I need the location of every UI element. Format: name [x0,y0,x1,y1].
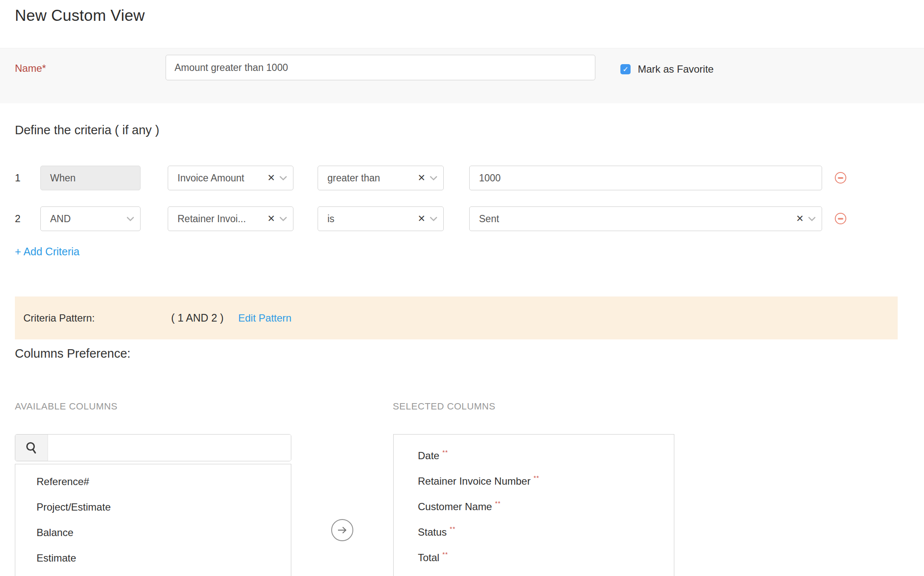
available-columns-header: AVAILABLE COLUMNS [15,401,118,412]
column-search [15,434,291,461]
selected-columns-list: Date**Retainer Invoice Number**Customer … [393,434,674,576]
view-name-input[interactable] [166,55,595,80]
criteria-pattern-bar: Criteria Pattern: ( 1 AND 2 ) Edit Patte… [15,296,898,339]
clear-icon[interactable]: ✕ [418,173,425,183]
clear-icon[interactable]: ✕ [418,214,425,223]
new-custom-view-page: New Custom View Name* ✓ Mark as Favorite… [0,0,924,576]
criteria-pattern-label: Criteria Pattern: [23,296,95,339]
field-dropdown[interactable]: Invoice Amount ✕ [168,166,293,190]
operator-dropdown[interactable]: is ✕ [318,206,444,231]
minus-icon [838,218,843,220]
check-icon: ✓ [623,66,628,73]
selected-column-item[interactable]: Status** [394,520,674,545]
name-section: Name* ✓ Mark as Favorite [0,48,924,103]
selected-column-label: Status [418,526,447,538]
selected-columns-header: SELECTED COLUMNS [393,401,496,412]
required-marker: ** [442,551,448,558]
page-title: New Custom View [15,7,145,25]
available-column-item[interactable]: Balance [15,520,291,545]
selected-column-item[interactable]: Total** [394,545,674,570]
available-column-item[interactable]: Reference# [15,469,291,494]
connector-dropdown[interactable]: AND [40,206,141,231]
criteria-row-number: 2 [15,206,20,231]
edit-pattern-link[interactable]: Edit Pattern [238,296,291,339]
field-dropdown[interactable]: Retainer Invoi... ✕ [168,206,293,231]
criteria-row-1: 1 When Invoice Amount ✕ greater than ✕ [0,166,924,190]
search-input[interactable] [48,435,291,461]
required-marker: ** [450,525,456,532]
favorite-label: Mark as Favorite [638,63,714,75]
selected-column-item[interactable]: Date** [394,443,674,469]
available-column-item[interactable]: Project/Estimate [15,494,291,520]
add-criteria-link[interactable]: + Add Criteria [15,246,79,258]
criteria-value-input[interactable] [469,166,822,190]
remove-criteria-button[interactable] [835,213,846,224]
arrow-right-icon [336,525,348,535]
selected-column-item[interactable]: Retainer Invoice Number** [394,469,674,494]
remove-criteria-button[interactable] [835,172,846,184]
selected-column-label: Customer Name [418,501,492,513]
selected-column-label: Retainer Invoice Number [418,475,530,487]
columns-preference-heading: Columns Preference: [15,347,130,361]
move-selected-button[interactable] [331,519,353,541]
criteria-row-2: 2 AND Retainer Invoi... ✕ is ✕ Sent ✕ [0,206,924,231]
chevron-down-icon [430,176,437,181]
clear-icon[interactable]: ✕ [796,214,804,223]
chevron-down-icon [127,217,134,221]
search-icon-button[interactable] [15,435,48,461]
chevron-down-icon [279,176,287,181]
criteria-row-number: 1 [15,166,20,190]
clear-icon[interactable]: ✕ [268,214,275,223]
criteria-pattern-value: ( 1 AND 2 ) [171,296,224,339]
connector-when: When [40,166,141,190]
name-label: Name* [15,62,46,74]
selected-column-item[interactable]: Customer Name** [394,494,674,520]
chevron-down-icon [430,217,437,221]
search-icon [25,441,38,455]
chevron-down-icon [279,217,287,221]
clear-icon[interactable]: ✕ [268,173,275,183]
required-marker: ** [495,500,501,507]
favorite-checkbox[interactable]: ✓ [620,64,631,74]
available-columns-list: Reference#Project/EstimateBalanceEstimat… [15,464,291,576]
chevron-down-icon [808,217,816,221]
required-marker: ** [533,474,539,481]
required-marker: ** [442,449,448,456]
selected-column-label: Date [418,450,439,462]
operator-dropdown[interactable]: greater than ✕ [318,166,444,190]
available-column-item[interactable]: Estimate [15,545,291,571]
criteria-heading: Define the criteria ( if any ) [15,123,159,137]
value-dropdown[interactable]: Sent ✕ [469,206,822,231]
minus-icon [838,177,843,179]
selected-column-label: Total [418,552,439,564]
